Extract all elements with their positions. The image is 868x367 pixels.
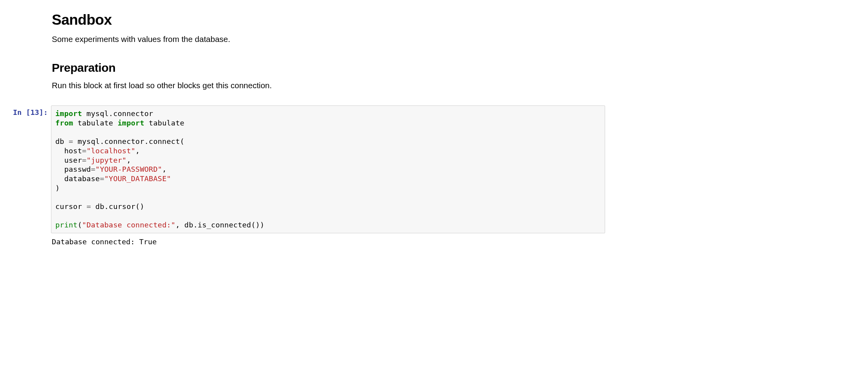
heading-preparation: Preparation xyxy=(52,61,605,74)
paragraph-preparation-desc: Run this block at first load so other bl… xyxy=(52,80,605,91)
code-output: Database connected: True xyxy=(51,233,605,247)
markdown-prompt xyxy=(0,8,51,10)
paragraph-sandbox-desc: Some experiments with values from the da… xyxy=(52,34,605,45)
notebook: Sandbox Some experiments with values fro… xyxy=(0,0,605,247)
code-cell-13[interactable]: In [13]: import mysql.connector from tab… xyxy=(0,105,605,246)
heading-sandbox: Sandbox xyxy=(52,12,605,28)
markdown-cell-1[interactable]: Sandbox Some experiments with values fro… xyxy=(0,8,605,98)
code-source[interactable]: import mysql.connector from tabulate imp… xyxy=(55,109,601,230)
code-input-area[interactable]: import mysql.connector from tabulate imp… xyxy=(51,105,605,233)
input-prompt: In [13]: xyxy=(0,105,51,117)
